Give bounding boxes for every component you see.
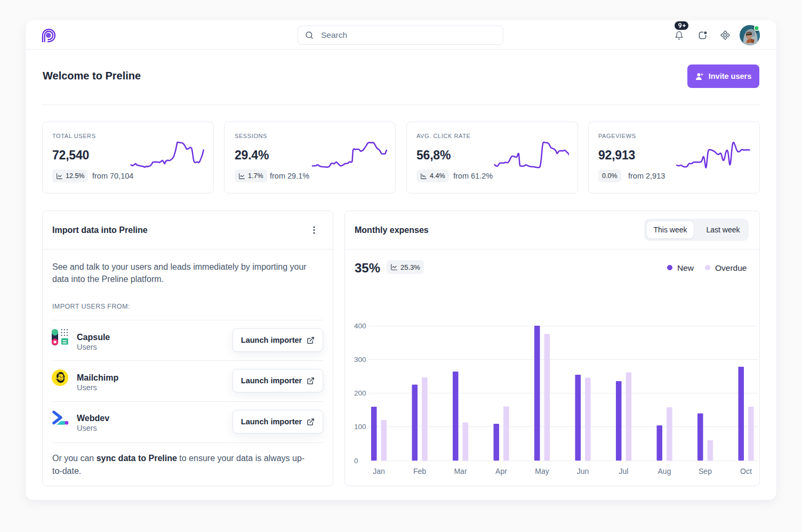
svg-text:100: 100 — [354, 423, 366, 431]
svg-text:Apr: Apr — [495, 467, 507, 475]
svg-text:Oct: Oct — [740, 467, 752, 475]
svg-text:Jan: Jan — [373, 467, 385, 475]
svg-text:Sep: Sep — [699, 467, 712, 475]
svg-text:0: 0 — [354, 457, 358, 465]
svg-text:400: 400 — [354, 322, 366, 330]
svg-text:Aug: Aug — [658, 467, 671, 475]
svg-text:Jul: Jul — [619, 467, 629, 475]
svg-text:300: 300 — [354, 356, 366, 364]
svg-text:200: 200 — [354, 389, 366, 397]
svg-text:Jun: Jun — [577, 467, 589, 475]
svg-text:Mar: Mar — [454, 467, 467, 475]
svg-text:May: May — [535, 467, 549, 475]
svg-text:Feb: Feb — [413, 467, 426, 475]
